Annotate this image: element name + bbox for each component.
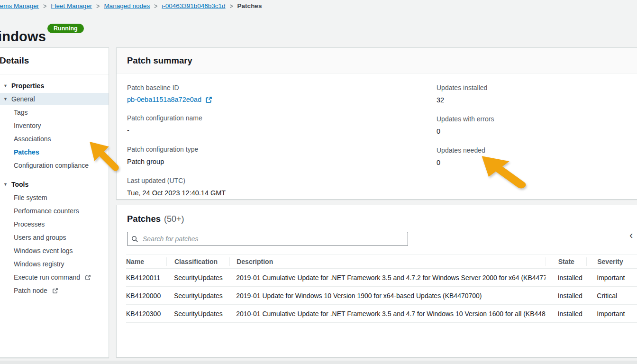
status-badge: Running bbox=[47, 24, 84, 33]
cell-classification: SecurityUpdates bbox=[166, 274, 229, 282]
field-value: - bbox=[127, 126, 226, 135]
cell-classification: SecurityUpdates bbox=[166, 292, 229, 300]
sidebar-item-patch-node[interactable]: Patch node bbox=[0, 284, 109, 297]
sidebar-section-properties[interactable]: ▼ Properties bbox=[0, 79, 109, 92]
sidebar-item-label: General bbox=[11, 95, 35, 103]
sidebar-item-label: Windows registry bbox=[14, 260, 64, 268]
patch-summary-panel: Patch summary Patch baseline ID pb-0eba1… bbox=[116, 47, 637, 200]
field-value: 0 bbox=[437, 127, 494, 136]
patch-summary-title: Patch summary bbox=[117, 48, 637, 73]
field-patch-configuration-name: Patch configuration name - bbox=[127, 113, 226, 135]
field-label: Last updated (UTC) bbox=[127, 176, 226, 185]
cell-name: KB4120000 bbox=[126, 292, 166, 300]
sidebar-title: Details bbox=[0, 55, 109, 66]
annotation-arrow-updates-needed bbox=[480, 155, 533, 194]
cell-description: 2019-01 Cumulative Update for .NET Frame… bbox=[229, 274, 546, 282]
sidebar-section-label: Tools bbox=[11, 181, 28, 188]
sidebar-item-processes[interactable]: Processes bbox=[0, 218, 109, 231]
column-header-classification[interactable]: Classification bbox=[166, 257, 229, 266]
column-header-severity[interactable]: Severity bbox=[586, 257, 637, 266]
page-title: indows bbox=[0, 29, 46, 45]
breadcrumb: tems Manager > Fleet Manager > Managed n… bbox=[0, 2, 262, 9]
sidebar-item-users-and-groups[interactable]: Users and groups bbox=[0, 231, 109, 244]
cell-severity: Critical bbox=[586, 292, 637, 300]
collapse-panel-chevron-icon[interactable]: ‹ bbox=[629, 231, 633, 240]
breadcrumb-instance-id[interactable]: i-00463391b046b3c1d bbox=[162, 2, 225, 9]
cell-state: Installed bbox=[546, 274, 587, 282]
patches-title: Patches bbox=[127, 214, 161, 224]
column-header-state[interactable]: State bbox=[546, 257, 587, 266]
sidebar-item-general[interactable]: ▼ General bbox=[0, 93, 109, 105]
column-header-description[interactable]: Description bbox=[229, 257, 545, 266]
annotation-arrow-patches bbox=[88, 140, 125, 177]
sidebar-item-label: Windows event logs bbox=[14, 247, 73, 255]
breadcrumb-systems-manager[interactable]: tems Manager bbox=[0, 2, 39, 9]
search-icon bbox=[131, 236, 138, 243]
breadcrumb-separator-icon: > bbox=[154, 2, 157, 10]
caret-down-icon: ▼ bbox=[3, 83, 8, 88]
external-link-icon bbox=[52, 288, 58, 294]
patches-count: (50+) bbox=[164, 214, 184, 224]
sidebar-item-label: Patch node bbox=[14, 287, 47, 294]
sidebar-item-label: File system bbox=[14, 194, 47, 201]
details-sidebar: Details ▼ Properties ▼ General Tags Inve… bbox=[0, 47, 109, 358]
sidebar-item-label: Associations bbox=[14, 135, 51, 143]
sidebar-item-label: Patches bbox=[14, 148, 39, 156]
sidebar-item-label: Performance counters bbox=[14, 207, 79, 215]
field-label: Patch configuration name bbox=[127, 113, 226, 123]
cell-state: Installed bbox=[546, 292, 587, 300]
cell-severity: Important bbox=[586, 274, 637, 282]
sidebar-section-tools[interactable]: ▼ Tools bbox=[0, 178, 109, 191]
cell-state: Installed bbox=[546, 310, 587, 318]
sidebar-item-label: Inventory bbox=[14, 122, 41, 129]
table-row[interactable]: KB4120011 SecurityUpdates 2019-01 Cumula… bbox=[126, 269, 637, 287]
field-updates-with-errors: Updates with errors 0 bbox=[437, 114, 494, 136]
patches-search[interactable] bbox=[127, 232, 408, 246]
sidebar-item-windows-registry[interactable]: Windows registry bbox=[0, 257, 109, 271]
breadcrumb-fleet-manager[interactable]: Fleet Manager bbox=[51, 2, 92, 9]
sidebar-item-label: Tags bbox=[14, 109, 28, 116]
field-last-updated: Last updated (UTC) Tue, 24 Oct 2023 12:4… bbox=[127, 176, 226, 198]
field-label: Updates installed bbox=[437, 83, 494, 92]
table-row[interactable]: KB4120000 SecurityUpdates 2019-01 Update… bbox=[126, 287, 637, 305]
sidebar-item-label: Users and groups bbox=[14, 234, 66, 241]
breadcrumb-separator-icon: > bbox=[96, 2, 100, 10]
sidebar-item-tags[interactable]: Tags bbox=[0, 106, 109, 119]
breadcrumb-managed-nodes[interactable]: Managed nodes bbox=[104, 2, 150, 9]
sidebar-item-windows-event-logs[interactable]: Windows event logs bbox=[0, 244, 109, 257]
sidebar-divider bbox=[0, 74, 109, 74]
field-label: Updates needed bbox=[437, 146, 494, 155]
field-value: Tue, 24 Oct 2023 12:40.14 GMT bbox=[127, 188, 226, 198]
patch-summary-left-column: Patch baseline ID pb-0eba1151a8a72e0ad P… bbox=[127, 73, 226, 206]
patches-header: Patches (50+) bbox=[117, 205, 637, 224]
cell-description: 2010-01 Cumulative Update for .NET Frame… bbox=[229, 310, 546, 318]
cell-name: KB4120300 bbox=[126, 310, 166, 318]
patches-panel: Patches (50+) ‹ Name Classification Desc… bbox=[116, 205, 637, 357]
field-label: Patch baseline ID bbox=[127, 83, 226, 92]
caret-down-icon: ▼ bbox=[3, 182, 8, 187]
field-label: Patch configuration type bbox=[127, 145, 226, 154]
cell-description: 2019-01 Update for Windows 10 Version 19… bbox=[229, 292, 546, 300]
field-label: Updates with errors bbox=[437, 114, 494, 124]
external-link-icon bbox=[85, 274, 91, 281]
table-row[interactable]: KB4120300 SecurityUpdates 2010-01 Cumula… bbox=[126, 305, 637, 323]
breadcrumb-separator-icon: > bbox=[43, 2, 46, 10]
sidebar-item-performance-counters[interactable]: Performance counters bbox=[0, 204, 109, 218]
cell-classification: SecurityUpdates bbox=[166, 310, 229, 318]
sidebar-item-file-system[interactable]: File system bbox=[0, 191, 109, 204]
sidebar-section-label: Properties bbox=[11, 82, 44, 90]
cell-name: KB4120011 bbox=[126, 274, 166, 282]
cell-severity: Important bbox=[586, 310, 637, 318]
fleet-manager-patches-page: tems Manager > Fleet Manager > Managed n… bbox=[0, 0, 637, 364]
caret-down-icon: ▼ bbox=[3, 97, 8, 101]
sidebar-item-inventory[interactable]: Inventory bbox=[0, 119, 109, 132]
field-updates-installed: Updates installed 32 bbox=[437, 83, 494, 105]
search-input[interactable] bbox=[142, 235, 408, 243]
sidebar-item-execute-run-command[interactable]: Execute run command bbox=[0, 271, 109, 284]
sidebar-item-label: Processes bbox=[14, 220, 45, 228]
patches-table: Name Classification Description State Se… bbox=[126, 255, 637, 323]
field-patch-configuration-type: Patch configuration type Patch group bbox=[127, 145, 226, 166]
field-value: Patch group bbox=[127, 157, 226, 166]
patch-baseline-link[interactable]: pb-0eba1151a8a72e0ad bbox=[127, 96, 212, 103]
column-header-name[interactable]: Name bbox=[126, 258, 166, 265]
